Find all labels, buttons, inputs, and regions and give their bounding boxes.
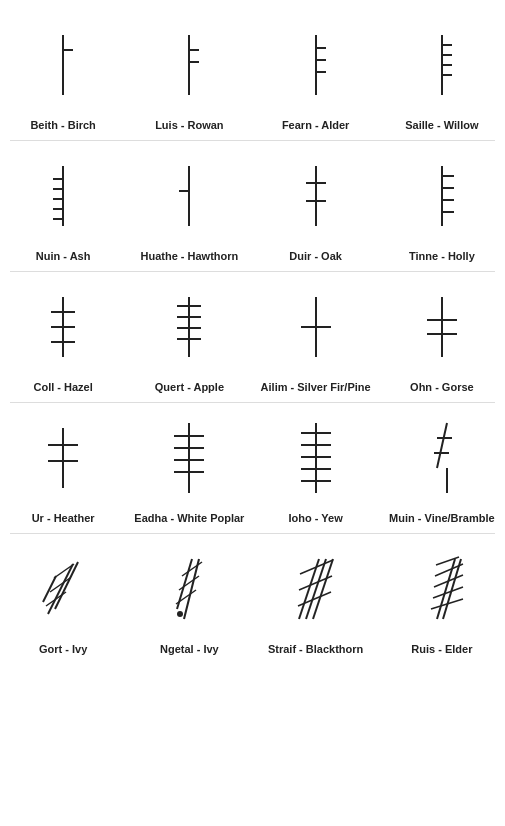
svg-line-67 [437, 423, 447, 468]
cell-ruis: Ruis - Elder [379, 534, 505, 664]
cell-coll: Coll - Hazel [0, 272, 126, 402]
symbol-eadha [169, 413, 209, 503]
symbol-ngetal [164, 544, 214, 634]
symbol-ruis [417, 544, 467, 634]
symbol-beith [48, 20, 78, 110]
cell-duir: Duir - Oak [253, 141, 379, 271]
svg-line-94 [435, 564, 463, 576]
label-ailim: Ailim - Silver Fir/Pine [261, 380, 371, 394]
symbol-ohn [422, 282, 462, 372]
label-ohn: Ohn - Gorse [410, 380, 474, 394]
label-eadha: Eadha - White Poplar [134, 511, 244, 525]
label-muin: Muin - Vine/Bramble [389, 511, 495, 525]
label-quert: Quert - Apple [155, 380, 224, 394]
cell-saille: Saille - Willow [379, 10, 505, 140]
label-luis: Luis - Rowan [155, 118, 223, 132]
symbol-saille [427, 20, 457, 110]
svg-line-74 [46, 592, 66, 606]
symbol-muin [422, 413, 462, 503]
symbol-huathe [174, 151, 204, 241]
label-ruis: Ruis - Elder [411, 642, 472, 656]
cell-ohn: Ohn - Gorse [379, 272, 505, 402]
symbol-tinne [422, 151, 462, 241]
svg-line-81 [182, 562, 202, 576]
label-ur: Ur - Heather [32, 511, 95, 525]
svg-line-79 [176, 590, 196, 604]
symbol-ur [43, 413, 83, 503]
label-saille: Saille - Willow [405, 118, 478, 132]
label-huathe: Huathe - Hawthorn [140, 249, 238, 263]
cell-ailim: Ailim - Silver Fir/Pine [253, 272, 379, 402]
label-ioho: Ioho - Yew [289, 511, 343, 525]
label-coll: Coll - Hazel [33, 380, 92, 394]
symbol-straif [291, 544, 341, 634]
cell-beith: Beith - Birch [0, 10, 126, 140]
svg-line-80 [179, 576, 199, 590]
cell-ngetal: Ngetal - Ivy [126, 534, 252, 664]
cell-quert: Quert - Apple [126, 272, 252, 402]
symbol-fearn [301, 20, 331, 110]
cell-eadha: Eadha - White Poplar [126, 403, 252, 533]
symbol-luis [174, 20, 204, 110]
label-duir: Duir - Oak [289, 249, 342, 263]
svg-line-77 [184, 559, 199, 619]
svg-line-93 [434, 575, 463, 587]
cell-huathe: Huathe - Hawthorn [126, 141, 252, 271]
symbol-coll [43, 282, 83, 372]
symbol-quert [169, 282, 209, 372]
rune-grid: Beith - Birch Luis - Rowan Fearn - Alder [0, 0, 505, 674]
symbol-ioho [296, 413, 336, 503]
label-gort: Gort - Ivy [39, 642, 87, 656]
svg-line-92 [433, 587, 463, 598]
cell-nuin: Nuin - Ash [0, 141, 126, 271]
symbol-ailim [296, 282, 336, 372]
label-ngetal: Ngetal - Ivy [160, 642, 219, 656]
cell-luis: Luis - Rowan [126, 10, 252, 140]
label-fearn: Fearn - Alder [282, 118, 349, 132]
cell-fearn: Fearn - Alder [253, 10, 379, 140]
label-beith: Beith - Birch [30, 118, 95, 132]
symbol-gort [38, 544, 88, 634]
symbol-nuin [48, 151, 78, 241]
label-nuin: Nuin - Ash [36, 249, 91, 263]
svg-point-82 [177, 611, 183, 617]
symbol-duir [301, 151, 331, 241]
cell-ioho: Ioho - Yew [253, 403, 379, 533]
label-straif: Straif - Blackthorn [268, 642, 363, 656]
cell-tinne: Tinne - Holly [379, 141, 505, 271]
label-tinne: Tinne - Holly [409, 249, 475, 263]
cell-gort: Gort - Ivy [0, 534, 126, 664]
cell-muin: Muin - Vine/Bramble [379, 403, 505, 533]
svg-line-95 [436, 557, 459, 565]
svg-line-71 [48, 564, 73, 614]
cell-straif: Straif - Blackthorn [253, 534, 379, 664]
cell-ur: Ur - Heather [0, 403, 126, 533]
